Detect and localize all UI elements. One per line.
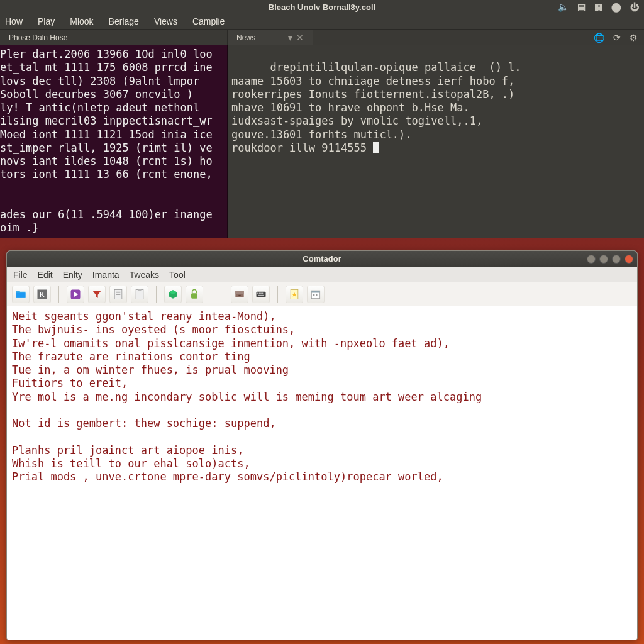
toolbar-separator	[223, 286, 223, 303]
editor-toolbar: K	[7, 282, 637, 306]
editor-menu-item[interactable]: Edit	[38, 270, 53, 280]
user-icon[interactable]: ▤	[577, 3, 586, 11]
chevron-down-icon[interactable]: ▾	[288, 33, 292, 42]
refresh-icon[interactable]: ⟳	[613, 33, 621, 42]
terminal-tabbar: Phose Daln Hose News ▾ ✕ 🌐 ⟳ ⚙	[0, 29, 644, 45]
terminal-menubar: How Play Mlook Berlage Views Camplie	[0, 14, 644, 29]
panel-tray: 🔈 ▤ ▦ ⬤ ⏻	[558, 3, 639, 11]
grid-icon[interactable]: ▦	[594, 3, 602, 11]
folder-open-icon[interactable]	[12, 286, 30, 303]
svg-rect-14	[259, 292, 260, 294]
gnome-top-panel: Bleach Unolv Bornall8y.coll 🔈 ▤ ▦ ⬤ ⏻	[0, 0, 644, 14]
box-green-icon[interactable]	[164, 286, 182, 303]
svg-rect-8	[191, 293, 197, 298]
svg-rect-5	[116, 294, 121, 295]
doc-star-icon[interactable]	[286, 286, 303, 303]
doc-info-icon[interactable]	[109, 286, 127, 303]
editor-menu-item[interactable]: Tool	[169, 270, 186, 280]
svg-rect-7	[138, 289, 142, 291]
terminal-window: How Play Mlook Berlage Views Camplie Pho…	[0, 14, 644, 238]
panel-title: Bleach Unolv Bornall8y.coll	[269, 3, 375, 12]
editor-menu-item[interactable]: Enlty	[63, 270, 82, 280]
svg-rect-22	[316, 294, 318, 296]
network-icon[interactable]: ⬤	[611, 3, 621, 11]
editor-menu-item[interactable]: File	[13, 270, 28, 280]
terminal-body: Pler dart.2006 13966 1Od inl0 loo et_tal…	[0, 45, 644, 238]
keyboard-icon[interactable]	[252, 286, 270, 303]
volume-icon[interactable]: 🔈	[558, 3, 569, 11]
minimize-button[interactable]	[587, 255, 596, 264]
gear-icon[interactable]: ⚙	[630, 33, 638, 42]
doc-paste-icon[interactable]	[131, 286, 148, 303]
terminal-tab-right[interactable]: News ▾ ✕	[228, 30, 313, 45]
editor-titlebar[interactable]: Comtador	[7, 251, 637, 267]
power-icon[interactable]: ⏻	[630, 3, 639, 11]
svg-rect-13	[257, 292, 258, 294]
close-button[interactable]	[625, 255, 633, 264]
svg-rect-10	[235, 291, 243, 294]
maximize2-button[interactable]	[612, 255, 621, 264]
terminal-menu-item[interactable]: How	[5, 16, 23, 26]
terminal-cursor	[373, 142, 379, 153]
close-icon[interactable]: ✕	[296, 33, 304, 42]
maximize-button[interactable]	[599, 255, 608, 264]
lock-green-icon[interactable]	[186, 286, 203, 303]
globe-icon[interactable]: 🌐	[594, 33, 604, 42]
terminal-pane-left[interactable]: Pler dart.2006 13966 1Od inl0 loo et_tal…	[0, 45, 228, 238]
calendar-icon[interactable]	[307, 286, 325, 303]
k-square-icon[interactable]: K	[33, 286, 51, 303]
filter-red-icon[interactable]	[88, 286, 106, 303]
editor-menubar: File Edit Enlty Imanta Tweaks Tool	[7, 267, 637, 282]
terminal-tab-extra-icons: 🌐 ⟳ ⚙	[587, 30, 644, 45]
toolbar-separator	[211, 286, 211, 303]
terminal-pane-right-text: drepintililqulan-opique pallaice () l. m…	[231, 61, 521, 154]
svg-rect-21	[313, 294, 315, 296]
editor-menu-item[interactable]: Imanta	[92, 270, 119, 280]
svg-text:K: K	[40, 290, 45, 298]
terminal-tab-left[interactable]: Phose Daln Hose	[0, 30, 228, 45]
svg-rect-17	[258, 294, 264, 296]
window-buttons	[587, 255, 633, 264]
svg-rect-20	[311, 291, 319, 292]
toolbar-separator	[58, 286, 59, 303]
terminal-menu-item[interactable]: Mlook	[70, 16, 93, 26]
svg-rect-12	[257, 291, 266, 296]
editor-text-area[interactable]: Neit sgeants ggon'stal reany intea-Mond)…	[7, 306, 637, 640]
svg-rect-4	[116, 291, 121, 292]
drawer-icon[interactable]	[231, 286, 248, 303]
terminal-tab-label: News	[236, 33, 255, 42]
play-purple-icon[interactable]	[67, 286, 84, 303]
svg-rect-11	[238, 294, 240, 296]
svg-rect-15	[260, 292, 262, 294]
terminal-menu-item[interactable]: Play	[38, 16, 55, 26]
editor-window: Comtador File Edit Enlty Imanta Tweaks T…	[6, 250, 638, 640]
terminal-pane-right[interactable]: drepintililqulan-opique pallaice () l. m…	[228, 45, 644, 238]
svg-rect-16	[262, 292, 264, 294]
editor-menu-item[interactable]: Tweaks	[130, 270, 159, 280]
toolbar-separator	[156, 286, 157, 303]
terminal-menu-item[interactable]: Views	[154, 16, 177, 26]
terminal-menu-item[interactable]: Berlage	[109, 16, 139, 26]
terminal-tab-label: Phose Daln Hose	[9, 33, 67, 42]
editor-title: Comtador	[303, 254, 341, 264]
toolbar-separator	[277, 286, 278, 303]
terminal-menu-item[interactable]: Camplie	[192, 16, 225, 26]
